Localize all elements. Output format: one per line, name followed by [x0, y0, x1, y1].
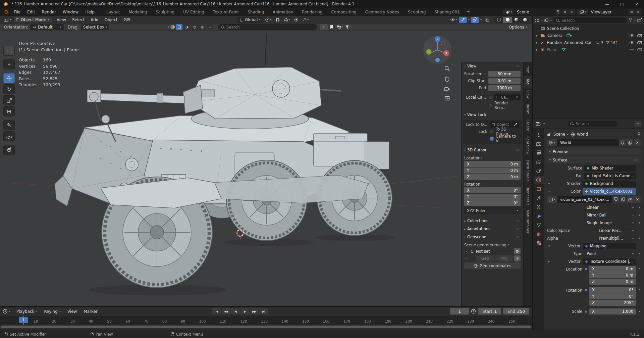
eyedropper-icon[interactable]	[514, 123, 517, 127]
viewlayer-name[interactable]: ViewLayer	[588, 9, 628, 15]
focal-length-field[interactable]: 50 mm	[488, 71, 521, 77]
geoscene-panel-header[interactable]: ▾Geoscene∷∷	[462, 233, 523, 241]
image-name-field[interactable]: victoria_curve_02_4k.exr...	[557, 196, 612, 203]
crs-radio[interactable]	[464, 250, 468, 253]
playback-menu[interactable]: Playback▾	[14, 308, 40, 315]
frame-tick[interactable]: 170	[343, 319, 350, 323]
shading-solid-button[interactable]	[503, 17, 512, 23]
maximize-button[interactable]: □	[614, 0, 629, 8]
clip-end-field[interactable]: 1000 m	[488, 85, 521, 91]
shader-field[interactable]: Background	[583, 181, 636, 187]
blender-menu-icon[interactable]: ᘯ	[3, 10, 9, 14]
navigation-gizmo[interactable]: Z X	[423, 36, 451, 64]
frame-tick[interactable]: 140	[281, 319, 288, 323]
keying-menu[interactable]: Keying▾	[42, 308, 63, 315]
bookmark-button[interactable]	[328, 24, 336, 30]
outliner-row-humber[interactable]: ▸ Humber_Armoured_Car 5 162	[533, 39, 644, 46]
frame-tick[interactable]: 10	[34, 319, 38, 323]
frame-tick[interactable]: 40	[89, 319, 93, 323]
falloff-dropdown[interactable]: ▾	[302, 17, 310, 23]
tool-move[interactable]	[3, 73, 15, 83]
new-viewlayer-button[interactable]: ⧉	[628, 9, 635, 15]
local-camera-field[interactable]: Ca...×	[494, 94, 521, 100]
gizmo-z-axis[interactable]: Z	[435, 36, 440, 42]
viewport-toggle-scene[interactable]: ◔	[191, 24, 198, 30]
unlink-datablock-button[interactable]: ×	[634, 139, 641, 146]
workspace-tab[interactable]: Layout	[102, 8, 124, 16]
tool-annotate[interactable]: ✎	[3, 120, 15, 130]
view-lock-header[interactable]: ▾View Lock	[462, 110, 523, 118]
gizmos-toggle[interactable]	[459, 17, 467, 23]
gizmo-y-axis[interactable]	[426, 49, 432, 55]
tool-select-box[interactable]	[3, 46, 15, 56]
mapping-type-dropdown[interactable]: Point▾	[584, 251, 636, 257]
sidebar-tab[interactable]: Real Snow	[524, 134, 532, 157]
frame-tick[interactable]: 20	[52, 319, 56, 323]
crumb-world[interactable]: World	[577, 132, 588, 137]
tab-viewlayer[interactable]	[534, 158, 544, 166]
gizmo-neg-z-axis[interactable]	[435, 58, 440, 62]
transport-button[interactable]: ▶|	[259, 308, 268, 315]
sidebar-tab[interactable]: Item	[524, 63, 532, 76]
crs-settings-button[interactable]: ⚙	[514, 248, 521, 254]
mapping-location-field[interactable]: X0 m	[589, 266, 636, 272]
viewport-search-input[interactable]	[226, 25, 314, 30]
render-visibility-icon[interactable]	[637, 41, 642, 44]
pivot-point-dropdown[interactable]: ▾	[264, 17, 272, 23]
surface-shader-field[interactable]: Mix Shader	[584, 165, 636, 172]
outliner-row-plane[interactable]: ▸ Plane	[533, 46, 644, 53]
frame-tick[interactable]: 130	[261, 319, 268, 323]
local-camera-checkbox[interactable]	[488, 95, 492, 99]
preview-panel-header[interactable]: ▸Preview∷∷	[547, 148, 641, 155]
frame-tick[interactable]: 240	[488, 319, 494, 323]
tab-modifiers[interactable]	[534, 194, 544, 202]
frame-tick[interactable]: 30	[70, 319, 75, 323]
ortho-toggle-button[interactable]	[444, 96, 450, 102]
transform-orientation-dropdown[interactable]: Global▾	[237, 17, 263, 23]
menu-item[interactable]: Window	[60, 9, 82, 15]
timeline-scrollbar[interactable]	[0, 325, 532, 329]
frame-tick[interactable]: 100	[199, 319, 206, 323]
frame-tick[interactable]: 210	[426, 319, 433, 323]
current-frame-field[interactable]: 1	[450, 308, 469, 315]
frame-tick[interactable]: 70	[144, 319, 148, 323]
pin-icon[interactable]	[637, 132, 641, 136]
world-browse-dropdown[interactable]: ▾	[547, 139, 557, 146]
cursor-rotation-field[interactable]: X0°	[464, 187, 521, 193]
rotation-mode-dropdown[interactable]: XYZ Euler▾	[464, 207, 521, 214]
timeline-scrollbar-thumb[interactable]	[1, 326, 531, 328]
sidebar-tab[interactable]: Earth Studio	[524, 157, 532, 184]
mapping-rotation-field[interactable]: Y0°	[589, 293, 636, 299]
workspace-tab[interactable]: Animation	[269, 8, 297, 16]
workspace-tab[interactable]: Shading.001	[430, 8, 464, 16]
tab-world[interactable]	[534, 176, 544, 184]
render-region-checkbox[interactable]	[488, 103, 492, 107]
viewlayer-selector[interactable]: ▾ ViewLayer ⧉ ×	[577, 9, 642, 15]
menu-item[interactable]: Help	[82, 9, 97, 15]
outliner-search[interactable]	[553, 17, 627, 23]
tab-object[interactable]	[534, 185, 544, 193]
scene-name[interactable]: Scene	[514, 9, 554, 15]
cursor-rotation-field[interactable]: Z0°	[464, 200, 521, 206]
workspace-tab[interactable]: Geometry Nodes	[361, 8, 403, 16]
tab-tool[interactable]	[534, 131, 544, 139]
properties-search[interactable]	[568, 121, 618, 127]
workspace-tab[interactable]: UV Editing	[179, 8, 208, 16]
view-menu[interactable]: View	[65, 308, 79, 315]
cursor-location-field[interactable]: X0 m	[464, 161, 521, 167]
image-unlink-button[interactable]: ×	[634, 196, 641, 203]
workspace-tab[interactable]: Modeling	[125, 8, 151, 16]
image-copy-button[interactable]	[620, 196, 626, 203]
tab-output[interactable]	[534, 149, 544, 157]
frame-tick[interactable]: 80	[162, 319, 167, 323]
sidebar-tab[interactable]: View	[524, 88, 532, 101]
sidebar-tab[interactable]: BlenderKit	[524, 184, 532, 207]
workspace-tab[interactable]: Sculpting	[152, 8, 178, 16]
cursor-panel-header[interactable]: ▾3D Cursor∷∷	[462, 146, 523, 154]
frame-tick[interactable]: 50	[107, 319, 111, 323]
tool-rotate[interactable]: ↻	[3, 84, 15, 94]
interpolation-dropdown[interactable]: Linear▾	[584, 204, 636, 211]
outliner-row-camera[interactable]: ▸ Camera	[533, 32, 644, 39]
mapping-location-field[interactable]: Y0 m	[589, 272, 636, 278]
frame-tick[interactable]: 90	[181, 319, 185, 323]
